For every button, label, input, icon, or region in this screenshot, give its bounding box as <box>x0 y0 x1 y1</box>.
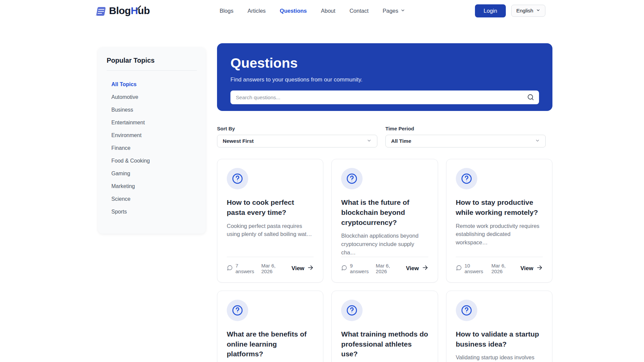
view-label: View <box>521 265 533 272</box>
top-navbar: BlogHub Blogs Articles Questions About C… <box>0 0 644 21</box>
question-badge <box>227 168 248 189</box>
sidebar-item-entertainment[interactable]: Entertainment <box>107 116 197 129</box>
nav-pages-label: Pages <box>383 8 398 14</box>
language-value: English <box>516 8 533 14</box>
card-footer: 7 answers Mar 6, 2026 View <box>227 257 314 274</box>
view-label: View <box>406 265 419 272</box>
view-link[interactable]: View <box>406 264 428 273</box>
question-card[interactable]: How to stay productive while working rem… <box>446 159 552 283</box>
question-card[interactable]: What is the future of blockchain beyond … <box>331 159 438 283</box>
answers-meta: 7 answers <box>227 263 256 274</box>
search-icon[interactable] <box>527 94 534 102</box>
navbar-actions: Login English <box>475 4 545 17</box>
answers-meta: 10 answers <box>456 263 486 274</box>
chevron-down-icon <box>400 8 405 14</box>
nav-link-contact[interactable]: Contact <box>350 8 369 14</box>
nav-link-about[interactable]: About <box>321 8 335 14</box>
sidebar-item-sports[interactable]: Sports <box>107 205 197 218</box>
answers-meta: 9 answers <box>341 263 370 274</box>
view-label: View <box>291 265 304 272</box>
nav-link-articles[interactable]: Articles <box>248 8 266 14</box>
sidebar-item-marketing[interactable]: Marketing <box>107 180 197 193</box>
question-card[interactable]: How to validate a startup business idea?… <box>446 291 552 362</box>
main-nav: Blogs Articles Questions About Contact P… <box>220 8 405 14</box>
sidebar-item-science[interactable]: Science <box>107 193 197 205</box>
sidebar-item-food-cooking[interactable]: Food & Cooking <box>107 155 197 167</box>
sort-by-select[interactable]: Newest First <box>217 135 377 147</box>
question-title[interactable]: What is the future of blockchain beyond … <box>341 197 428 227</box>
view-link[interactable]: View <box>291 264 314 273</box>
answers-count: 7 answers <box>235 263 256 274</box>
brand-name: BlogHub <box>109 5 150 16</box>
time-period-label: Time Period <box>385 126 546 131</box>
questions-hero: Questions Find answers to your questions… <box>217 43 552 111</box>
view-link[interactable]: View <box>521 264 543 273</box>
comment-icon <box>341 265 347 272</box>
answers-count: 9 answers <box>350 263 370 274</box>
question-badge <box>227 300 248 321</box>
nav-dropdown-pages[interactable]: Pages <box>383 8 405 14</box>
sort-by-label: Sort By <box>217 126 377 131</box>
time-period-select[interactable]: All Time <box>385 135 546 147</box>
sort-by-group: Sort By Newest First <box>217 126 377 147</box>
card-footer: 9 answers Mar 6, 2026 View <box>341 257 428 274</box>
question-badge <box>341 168 363 189</box>
login-button[interactable]: Login <box>475 4 506 17</box>
pen-icon <box>135 3 142 14</box>
question-title[interactable]: How to validate a startup business idea? <box>456 329 543 349</box>
question-excerpt: Cooking perfect pasta requires using ple… <box>227 222 314 239</box>
sidebar-item-all-topics[interactable]: All Topics <box>107 78 197 91</box>
question-excerpt: Blockchain applications beyond cryptocur… <box>341 232 428 256</box>
question-date: Mar 6, 2026 <box>376 263 400 274</box>
question-card[interactable]: What are the benefits of online learning… <box>217 291 323 362</box>
arrow-right-icon <box>536 264 543 273</box>
nav-link-questions[interactable]: Questions <box>280 8 307 14</box>
question-badge <box>456 168 477 189</box>
page-title: Questions <box>230 55 539 71</box>
time-period-value: All Time <box>391 138 411 144</box>
sidebar-item-finance[interactable]: Finance <box>107 142 197 155</box>
question-badge <box>341 300 363 321</box>
question-badge <box>456 300 477 321</box>
nav-link-blogs[interactable]: Blogs <box>220 8 233 14</box>
language-selector[interactable]: English <box>511 5 545 17</box>
comment-icon <box>456 265 462 272</box>
page-content: Popular Topics All Topics Automotive Bus… <box>98 21 546 362</box>
sort-by-value: Newest First <box>223 138 254 144</box>
chevron-down-icon <box>535 138 540 144</box>
page-subtitle: Find answers to your questions from our … <box>230 76 539 83</box>
scroll-icon <box>95 6 107 18</box>
sidebar-item-business[interactable]: Business <box>107 104 197 116</box>
sidebar-item-automotive[interactable]: Automotive <box>107 91 197 104</box>
sidebar-item-gaming[interactable]: Gaming <box>107 167 197 180</box>
question-title[interactable]: How to stay productive while working rem… <box>456 197 543 218</box>
sidebar-item-environment[interactable]: Environment <box>107 129 197 142</box>
brand-logo[interactable]: BlogHub <box>95 4 150 18</box>
main-area: Questions Find answers to your questions… <box>217 43 552 362</box>
question-excerpt: Validating startup ideas involves conduc… <box>456 353 543 362</box>
card-footer: 10 answers Mar 6, 2026 View <box>456 257 543 274</box>
search-input[interactable] <box>230 90 539 104</box>
chevron-down-icon <box>367 138 372 144</box>
chevron-down-icon <box>536 8 540 14</box>
time-period-group: Time Period All Time <box>385 126 546 147</box>
topic-list: All Topics Automotive Business Entertain… <box>107 78 197 218</box>
question-title[interactable]: What are the benefits of online learning… <box>227 329 314 359</box>
arrow-right-icon <box>307 264 314 273</box>
question-title[interactable]: How to cook perfect pasta every time? <box>227 197 314 218</box>
question-title[interactable]: What training methods do professional at… <box>341 329 428 359</box>
question-date: Mar 6, 2026 <box>261 263 286 274</box>
sidebar-title: Popular Topics <box>107 57 197 71</box>
question-excerpt: Remote work productivity requires establ… <box>456 222 543 247</box>
answers-count: 10 answers <box>465 263 486 274</box>
comment-icon <box>227 265 233 272</box>
popular-topics-panel: Popular Topics All Topics Automotive Bus… <box>98 47 206 234</box>
arrow-right-icon <box>422 264 428 273</box>
questions-grid: How to cook perfect pasta every time? Co… <box>217 159 552 362</box>
question-card[interactable]: How to cook perfect pasta every time? Co… <box>217 159 323 283</box>
question-date: Mar 6, 2026 <box>491 263 515 274</box>
search-bar <box>230 90 539 104</box>
question-card[interactable]: What training methods do professional at… <box>331 291 438 362</box>
filters-row: Sort By Newest First Time Period All Tim… <box>217 126 552 147</box>
